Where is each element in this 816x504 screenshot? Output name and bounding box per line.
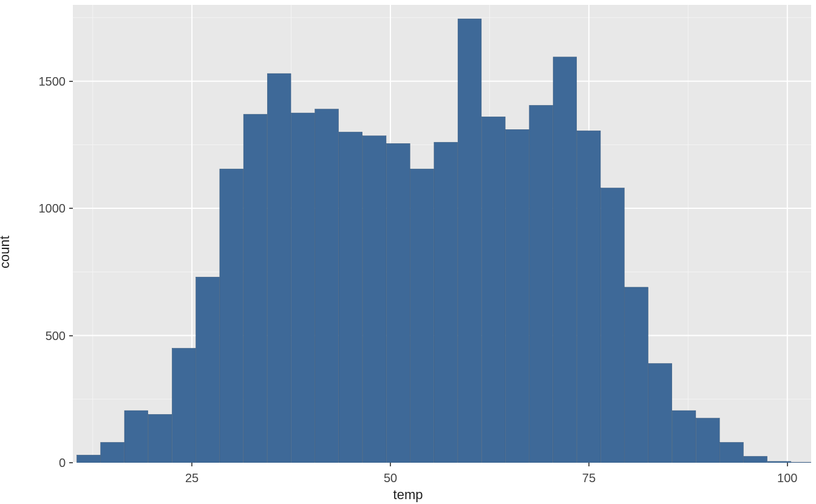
histogram-bar — [458, 19, 481, 463]
histogram-bar — [220, 169, 243, 463]
histogram-bar — [172, 349, 195, 463]
histogram-chart: count temp 050010001500255075100 — [0, 0, 816, 504]
y-tick-mark — [69, 462, 73, 463]
histogram-bar — [124, 410, 148, 463]
y-axis-label: count — [0, 236, 13, 268]
x-axis-label: temp — [393, 487, 423, 503]
histogram-bar — [648, 364, 672, 463]
histogram-bar — [553, 57, 577, 463]
x-tick-label: 100 — [777, 471, 797, 485]
histogram-bar — [625, 287, 648, 463]
histogram-bar — [101, 442, 124, 463]
histogram-bar — [696, 418, 719, 463]
histogram-bar — [267, 73, 291, 463]
histogram-bar — [77, 455, 101, 463]
histogram-bar — [481, 117, 505, 463]
x-tick-mark — [588, 463, 590, 466]
histogram-bar — [601, 188, 625, 463]
histogram-bar — [672, 410, 696, 463]
histogram-bar — [386, 143, 410, 463]
histogram-bar — [506, 129, 529, 463]
histogram-bar — [434, 142, 458, 463]
x-tick-mark — [787, 463, 788, 466]
plot-svg — [73, 5, 811, 463]
y-tick-mark — [69, 81, 73, 82]
histogram-bar — [196, 277, 220, 463]
histogram-bar — [529, 105, 553, 463]
x-tick-mark — [390, 463, 391, 466]
histogram-bar — [744, 457, 767, 463]
histogram-bar — [339, 132, 362, 463]
y-tick-label: 0 — [59, 456, 66, 470]
x-tick-label: 25 — [185, 471, 199, 485]
x-tick-mark — [191, 463, 192, 466]
y-tick-label: 500 — [46, 329, 66, 342]
histogram-bar — [410, 169, 434, 463]
histogram-bar — [362, 136, 386, 463]
y-tick-mark — [69, 208, 73, 209]
y-tick-mark — [69, 335, 73, 336]
y-tick-label: 1500 — [39, 74, 66, 88]
histogram-bar — [577, 131, 600, 463]
histogram-bar — [148, 414, 172, 463]
histogram-bar — [315, 109, 339, 463]
histogram-bar — [791, 462, 811, 463]
x-tick-label: 50 — [384, 471, 397, 485]
histogram-bar — [243, 114, 267, 463]
y-tick-label: 1000 — [39, 202, 66, 216]
plot-panel — [73, 5, 811, 463]
histogram-bar — [720, 442, 744, 463]
x-tick-label: 75 — [582, 471, 596, 485]
histogram-bar — [291, 113, 315, 463]
